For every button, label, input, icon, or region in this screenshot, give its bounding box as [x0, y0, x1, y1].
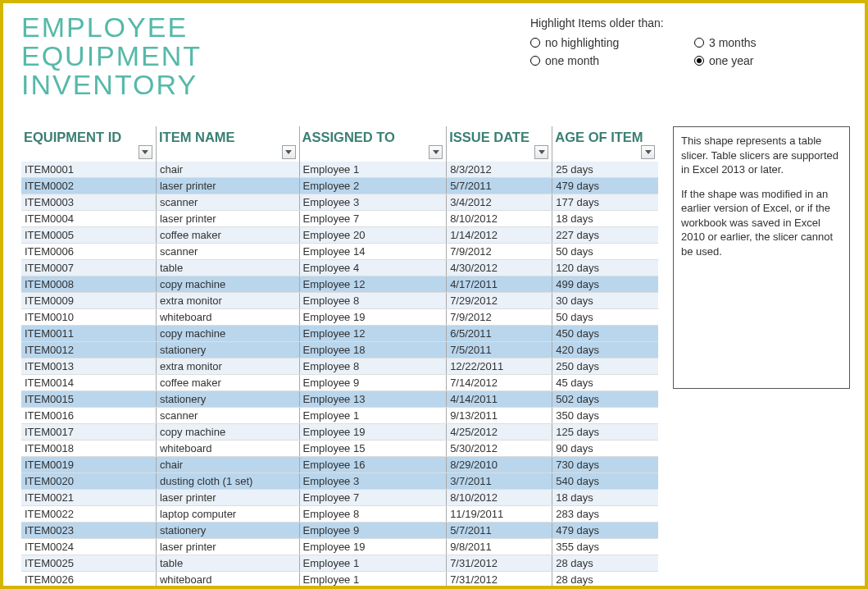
- cell-date[interactable]: 9/8/2011: [447, 539, 552, 555]
- cell-item[interactable]: whiteboard: [156, 441, 299, 457]
- cell-date[interactable]: 1/14/2012: [447, 227, 552, 244]
- table-row[interactable]: ITEM0010whiteboardEmployee 197/9/201250 …: [21, 309, 658, 326]
- table-row[interactable]: ITEM0019chairEmployee 168/29/2010730 day…: [21, 457, 658, 473]
- table-row[interactable]: ITEM0001chairEmployee 18/3/201225 days: [21, 162, 658, 178]
- table-row[interactable]: ITEM0014coffee makerEmployee 97/14/20124…: [21, 375, 658, 391]
- cell-assigned[interactable]: Employee 12: [299, 276, 447, 293]
- cell-assigned[interactable]: Employee 19: [299, 309, 447, 326]
- cell-age[interactable]: 30 days: [552, 293, 658, 309]
- cell-item[interactable]: chair: [156, 457, 299, 473]
- cell-age[interactable]: 540 days: [552, 473, 658, 490]
- cell-date[interactable]: 9/13/2011: [447, 408, 552, 424]
- column-header[interactable]: AGE OF ITEM: [552, 126, 658, 162]
- cell-id[interactable]: ITEM0016: [21, 408, 156, 424]
- cell-assigned[interactable]: Employee 8: [299, 358, 447, 375]
- cell-assigned[interactable]: Employee 19: [299, 539, 447, 555]
- cell-age[interactable]: 120 days: [552, 260, 658, 276]
- cell-id[interactable]: ITEM0005: [21, 227, 156, 244]
- cell-assigned[interactable]: Employee 7: [299, 211, 447, 227]
- cell-date[interactable]: 7/31/2012: [447, 555, 552, 572]
- cell-age[interactable]: 283 days: [552, 506, 658, 523]
- table-row[interactable]: ITEM0002laser printerEmployee 25/7/20114…: [21, 178, 658, 194]
- cell-assigned[interactable]: Employee 1: [299, 555, 447, 572]
- cell-item[interactable]: table: [156, 555, 299, 572]
- table-row[interactable]: ITEM0020dusting cloth (1 set)Employee 33…: [21, 473, 658, 490]
- cell-date[interactable]: 7/29/2012: [447, 293, 552, 309]
- cell-id[interactable]: ITEM0026: [21, 572, 156, 588]
- table-row[interactable]: ITEM0011copy machineEmployee 126/5/20114…: [21, 326, 658, 342]
- cell-assigned[interactable]: Employee 4: [299, 260, 447, 276]
- cell-age[interactable]: 227 days: [552, 227, 658, 244]
- table-row[interactable]: ITEM0005coffee makerEmployee 201/14/2012…: [21, 227, 658, 244]
- cell-item[interactable]: whiteboard: [156, 572, 299, 588]
- cell-assigned[interactable]: Employee 1: [299, 572, 447, 588]
- cell-id[interactable]: ITEM0002: [21, 178, 156, 194]
- cell-date[interactable]: 5/30/2012: [447, 441, 552, 457]
- cell-date[interactable]: 4/17/2011: [447, 276, 552, 293]
- cell-assigned[interactable]: Employee 18: [299, 342, 447, 358]
- cell-item[interactable]: laptop computer: [156, 506, 299, 523]
- table-row[interactable]: ITEM0021laser printerEmployee 78/10/2012…: [21, 490, 658, 506]
- cell-item[interactable]: table: [156, 260, 299, 276]
- cell-id[interactable]: ITEM0004: [21, 211, 156, 227]
- table-row[interactable]: ITEM0025tableEmployee 17/31/201228 days: [21, 555, 658, 572]
- cell-age[interactable]: 50 days: [552, 244, 658, 260]
- filter-dropdown-icon[interactable]: [282, 145, 296, 159]
- cell-id[interactable]: ITEM0021: [21, 490, 156, 506]
- cell-id[interactable]: ITEM0018: [21, 441, 156, 457]
- cell-item[interactable]: stationery: [156, 342, 299, 358]
- cell-assigned[interactable]: Employee 7: [299, 490, 447, 506]
- cell-assigned[interactable]: Employee 13: [299, 391, 447, 408]
- table-row[interactable]: ITEM0015stationeryEmployee 134/14/201150…: [21, 391, 658, 408]
- cell-item[interactable]: laser printer: [156, 490, 299, 506]
- table-row[interactable]: ITEM0018whiteboardEmployee 155/30/201290…: [21, 441, 658, 457]
- cell-age[interactable]: 502 days: [552, 391, 658, 408]
- cell-assigned[interactable]: Employee 12: [299, 326, 447, 342]
- table-row[interactable]: ITEM0007tableEmployee 44/30/2012120 days: [21, 260, 658, 276]
- cell-item[interactable]: scanner: [156, 408, 299, 424]
- cell-id[interactable]: ITEM0001: [21, 162, 156, 178]
- table-row[interactable]: ITEM0008copy machineEmployee 124/17/2011…: [21, 276, 658, 293]
- cell-date[interactable]: 4/14/2011: [447, 391, 552, 408]
- cell-item[interactable]: laser printer: [156, 178, 299, 194]
- cell-id[interactable]: ITEM0015: [21, 391, 156, 408]
- table-row[interactable]: ITEM0024laser printerEmployee 199/8/2011…: [21, 539, 658, 555]
- cell-assigned[interactable]: Employee 19: [299, 424, 447, 441]
- cell-item[interactable]: whiteboard: [156, 309, 299, 326]
- cell-id[interactable]: ITEM0013: [21, 358, 156, 375]
- cell-age[interactable]: 479 days: [552, 178, 658, 194]
- column-header[interactable]: ITEM NAME: [156, 126, 299, 162]
- cell-id[interactable]: ITEM0011: [21, 326, 156, 342]
- cell-date[interactable]: 8/10/2012: [447, 490, 552, 506]
- cell-item[interactable]: dusting cloth (1 set): [156, 473, 299, 490]
- cell-assigned[interactable]: Employee 14: [299, 244, 447, 260]
- cell-date[interactable]: 8/29/2010: [447, 457, 552, 473]
- cell-age[interactable]: 499 days: [552, 276, 658, 293]
- cell-date[interactable]: 7/9/2012: [447, 309, 552, 326]
- cell-id[interactable]: ITEM0008: [21, 276, 156, 293]
- cell-age[interactable]: 125 days: [552, 424, 658, 441]
- cell-date[interactable]: 3/4/2012: [447, 194, 552, 211]
- cell-date[interactable]: 12/22/2011: [447, 358, 552, 375]
- cell-age[interactable]: 450 days: [552, 326, 658, 342]
- cell-id[interactable]: ITEM0017: [21, 424, 156, 441]
- table-row[interactable]: ITEM0017copy machineEmployee 194/25/2012…: [21, 424, 658, 441]
- cell-item[interactable]: coffee maker: [156, 375, 299, 391]
- cell-id[interactable]: ITEM0012: [21, 342, 156, 358]
- cell-date[interactable]: 8/10/2012: [447, 211, 552, 227]
- cell-item[interactable]: scanner: [156, 194, 299, 211]
- cell-age[interactable]: 250 days: [552, 358, 658, 375]
- cell-age[interactable]: 479 days: [552, 523, 658, 539]
- cell-age[interactable]: 90 days: [552, 441, 658, 457]
- cell-assigned[interactable]: Employee 20: [299, 227, 447, 244]
- cell-age[interactable]: 350 days: [552, 408, 658, 424]
- cell-id[interactable]: ITEM0022: [21, 506, 156, 523]
- cell-assigned[interactable]: Employee 3: [299, 194, 447, 211]
- cell-item[interactable]: stationery: [156, 391, 299, 408]
- cell-age[interactable]: 177 days: [552, 194, 658, 211]
- cell-id[interactable]: ITEM0009: [21, 293, 156, 309]
- cell-assigned[interactable]: Employee 3: [299, 473, 447, 490]
- cell-assigned[interactable]: Employee 8: [299, 293, 447, 309]
- cell-age[interactable]: 25 days: [552, 162, 658, 178]
- cell-id[interactable]: ITEM0019: [21, 457, 156, 473]
